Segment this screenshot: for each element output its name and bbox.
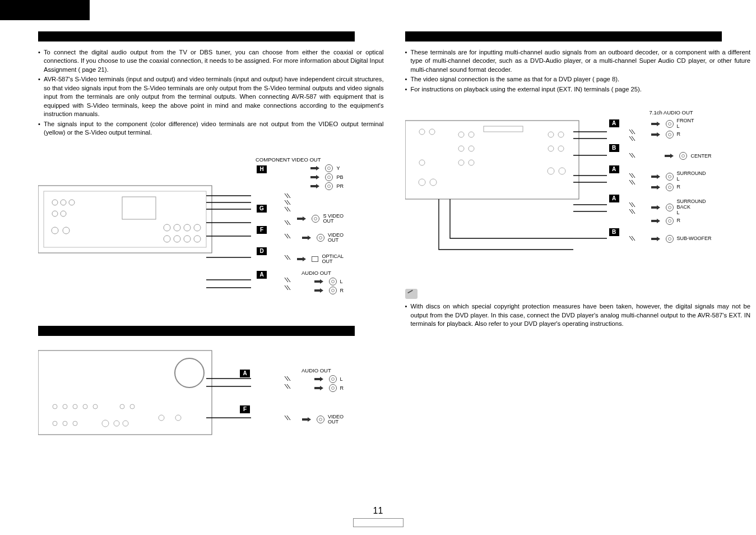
cvout-title: COMPONENT VIDEO OUT [256,156,321,163]
right-bullet-1: These terminals are for inputting multi-… [405,48,751,74]
row-video: VIDEOOUT [302,233,344,244]
right-bullet-3: For instructions on playback using the e… [405,85,751,94]
tag-g: G [257,205,267,213]
left-bullet-2-empty: AVR-587's S-Video terminals (input and o… [38,75,384,118]
right-section-header-bar [405,31,722,41]
diagram-svg [38,146,355,309]
grp-surround: SURROUNDL R [651,170,712,192]
left-bullet-list: To connect the digital audio output from… [38,48,384,137]
left-diagram-bottom: AUDIO OUT L R A VIDEOOUT F [38,345,355,451]
top-black-header-block [0,0,90,20]
grp-front: FRONTL R [651,117,712,140]
rt-tag-a2: A [609,165,619,173]
rt-tag-a3: A [609,195,619,202]
right-bullet-2: The video signal connection is the same … [405,75,751,84]
grp-sub: SUB-WOOFER [651,235,712,243]
row-audio-r: R [314,287,344,294]
tag-h: H [257,165,267,173]
two-column-layout: To connect the digital audio output from… [38,31,750,451]
d2-row-r: R [314,384,344,392]
tag-a: A [257,271,267,279]
tag2-f: F [240,405,250,413]
left-diagram-top: COMPONENT VIDEO OUT Y PB PR H S VIDEOOUT… [38,146,355,309]
right-note-list: With discs on which special copyright pr… [405,302,751,328]
note-icon [405,289,418,299]
d2-row-video: VIDEOOUT [302,414,344,426]
row-pr: PR [310,182,344,190]
row-pb: PB [310,173,344,181]
bullet-text: To connect the digital audio output from… [44,49,384,73]
d2-row-l: L [314,375,344,383]
page: To connect the digital audio output from… [0,0,756,535]
left-column: To connect the digital audio output from… [38,31,384,451]
tag-d: D [257,247,267,255]
right-note-bullet: With discs on which special copyright pr… [405,302,751,328]
audio-title2: AUDIO OUT [302,367,331,373]
row-audio-l: L [314,278,344,285]
row-svideo: S VIDEOOUT [297,214,344,225]
right-diagram: 7.1ch AUDIO OUT A FRONTL R B CENTER A SU… [405,109,722,283]
rt-tag-b1: B [609,144,619,152]
left-section-header-bar [38,31,355,41]
footer-box [353,518,403,527]
rt-tag-a1: A [609,119,619,127]
left-section-header-bar-2 [38,326,355,336]
audio-title: AUDIO OUT [302,270,331,276]
r-title: 7.1ch AUDIO OUT [650,109,693,116]
tag-f: F [257,226,267,234]
tag2-a: A [240,370,250,377]
page-number: 11 [373,506,383,516]
left-bullet-3: The signals input to the component (colo… [38,120,384,137]
grp-sback: SURROUND BACKL R [651,198,712,226]
diagram2-svg [38,345,355,451]
row-y: Y [310,164,344,172]
left-bullet-1: To connect the digital audio output from… [38,48,384,74]
right-column: These terminals are for inputting multi-… [405,31,751,451]
bullet-text: The signals input to the component (colo… [44,121,384,136]
bullet-text-indent: AVR-587's S-Video terminals (input and o… [44,76,384,117]
rt-tag-b2: B [609,228,619,236]
right-bullet-list: These terminals are for inputting multi-… [405,48,751,94]
svg-rect-18 [38,350,212,435]
grp-center: CENTER [665,152,711,160]
row-optical: OPTICALOUT [297,254,344,265]
